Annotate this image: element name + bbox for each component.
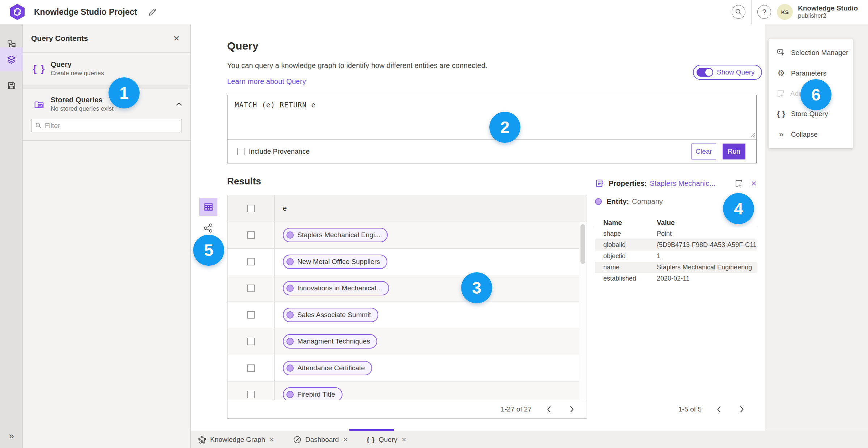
entity-pill[interactable]: Sales Associate Summit [283,308,378,322]
stored-queries-folder-icon [31,99,47,110]
filter-input[interactable] [45,122,178,130]
rail-item-layers-selected[interactable] [0,47,23,71]
expand-rail-button[interactable]: » [0,430,23,441]
properties-entity-link[interactable]: Staplers Mechanic... [650,179,715,188]
tab-query-active[interactable]: { } Query × [365,431,408,448]
search-button[interactable] [732,5,745,19]
results-table-header: e [227,195,587,222]
run-button[interactable]: Run [723,144,745,159]
user-name: Knowledge Studio [798,4,858,12]
annotation-circle-5: 5 [193,235,224,266]
row-checkbox[interactable] [247,364,255,372]
annotation-circle-4: 4 [723,193,754,224]
entity-pill[interactable]: Staplers Mechanical Engi... [283,228,388,242]
properties-next-page-button[interactable] [736,404,746,414]
tab-dashboard[interactable]: Dashboard × [292,431,349,448]
close-tab-icon[interactable]: × [402,436,407,444]
table-icon [204,202,213,212]
column-header-e: e [283,204,287,213]
entity-dot-icon [286,231,294,239]
table-row: Staplers Mechanical Engi... [227,222,587,249]
properties-icon [595,179,604,188]
annotation-circle-1: 1 [109,77,140,108]
topbar-right: ? KS Knowledge Studio publisher2 [732,0,868,24]
close-tab-icon[interactable]: × [343,436,348,444]
topbar-divider [751,0,752,24]
bottom-tab-bar: Knowledge Graph × Dashboard × { } Query … [191,431,868,448]
results-prev-page-button[interactable] [544,404,554,414]
query-description: You can query a knowledge graph to ident… [227,61,487,70]
entity-label: Entity: [607,197,629,206]
help-button[interactable]: ? [757,5,771,19]
stored-queries-subtitle: No stored queries exist [51,105,114,112]
row-checkbox[interactable] [247,391,255,398]
resize-handle-icon[interactable] [751,133,755,137]
search-icon [735,8,742,16]
row-checkbox[interactable] [247,285,255,292]
entity-dot-icon [286,338,294,345]
query-text: MATCH (e) RETURN e [235,101,316,109]
add-window-icon [776,89,785,98]
open-in-new-window-icon[interactable] [735,179,743,188]
results-title: Results [227,176,261,187]
table-scrollbar[interactable] [579,222,587,400]
rail-item-save[interactable] [0,76,23,96]
results-next-page-button[interactable] [566,404,576,414]
property-row[interactable]: globalid {5D9B4713-F98D-4A53-A59F-C11... [595,239,757,251]
show-query-label: Show Query [717,68,755,76]
tab-knowledge-graph[interactable]: Knowledge Graph × [196,431,276,448]
row-checkbox[interactable] [247,231,255,239]
filter-box [31,119,182,132]
menu-item-selection-manager[interactable]: Selection Manager [769,44,853,61]
entity-pill[interactable]: Innovations in Mechanical... [283,281,389,295]
show-query-toggle[interactable]: Show Query [693,65,762,80]
stored-queries-title: Stored Queries [51,96,114,104]
clear-button[interactable]: Clear [692,144,716,159]
property-row[interactable]: name Staplers Mechanical Engineering [595,262,757,273]
property-row[interactable]: objectid 1 [595,251,757,262]
user-block[interactable]: Knowledge Studio publisher2 [798,4,858,19]
avatar[interactable]: KS [777,4,793,20]
query-item-subtitle: Create new queries [51,70,104,77]
close-panel-icon[interactable]: × [174,33,179,43]
include-provenance-checkbox[interactable] [237,148,244,155]
knowledge-studio-app: Knowledge Studio Project ? KS Knowledge … [0,0,868,448]
collapse-chevrons-icon: » [776,129,786,139]
properties-header: Properties: Staplers Mechanic... × [595,177,757,189]
entity-pill[interactable]: Firebird Title [283,387,342,400]
app-logo-icon[interactable] [9,4,25,20]
table-view-button[interactable] [199,198,217,216]
menu-item-parameters[interactable]: ⚙ Parameters [769,65,853,82]
scrollbar-thumb[interactable] [580,224,585,264]
close-tab-icon[interactable]: × [269,436,274,444]
row-checkbox[interactable] [247,311,255,319]
link-chart-view-button[interactable] [199,219,217,237]
entity-pill[interactable]: Attendance Certificate [283,361,372,375]
collapse-section-icon[interactable] [176,101,182,107]
results-table: e Staplers Mechanical Engi... New Metal … [227,195,587,419]
property-row[interactable]: established 2020-02-11 [595,273,757,284]
entity-pill[interactable]: New Metal Office Suppliers [283,255,387,269]
contents-item-stored-queries[interactable]: Stored Queries No stored queries exist [23,89,190,119]
chevron-right-icon [739,406,744,413]
top-bar: Knowledge Studio Project ? KS Knowledge … [0,0,868,24]
properties-page-range: 1-5 of 5 [678,405,702,413]
row-checkbox[interactable] [247,338,255,345]
entity-pill[interactable]: Managment Techniques [283,334,377,349]
contents-item-query[interactable]: { } Query Create new queries [23,53,190,85]
filter-wrap [31,119,182,132]
results-pagination: 1-27 of 27 [227,400,587,418]
question-icon: ? [762,8,766,16]
row-checkbox[interactable] [247,258,255,265]
annotation-circle-6: 6 [800,79,831,110]
property-row[interactable]: shape Point [595,228,757,239]
close-properties-icon[interactable]: × [751,179,757,188]
edit-title-icon[interactable] [148,7,157,17]
select-all-checkbox[interactable] [247,205,255,212]
properties-prev-page-button[interactable] [714,404,724,414]
learn-more-link[interactable]: Learn more about Query [227,77,306,86]
braces-icon: { } [367,436,375,444]
table-row: Innovations in Mechanical... [227,275,587,302]
menu-item-collapse[interactable]: » Collapse [769,126,853,143]
annotation-circle-2: 2 [489,112,520,143]
